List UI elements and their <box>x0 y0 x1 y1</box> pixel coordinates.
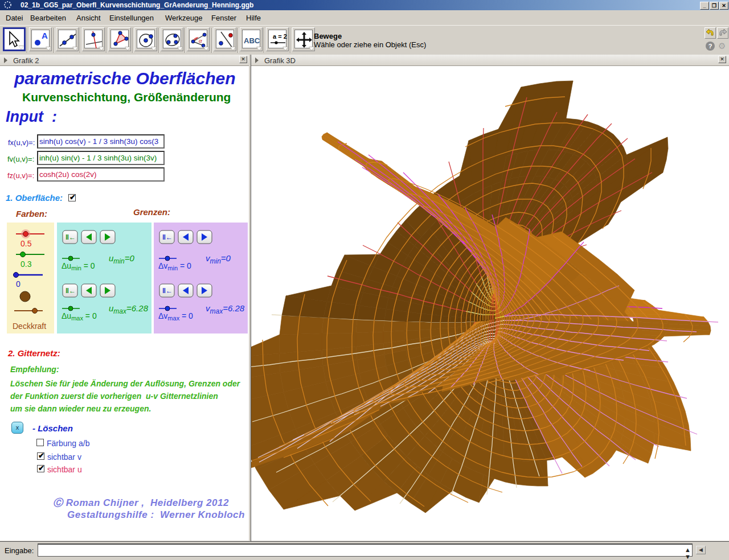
svg-text:α: α <box>199 37 202 44</box>
svg-text:vmax=6.28: vmax=6.28 <box>206 303 245 315</box>
svg-text:Deckkraft: Deckkraft <box>13 322 46 331</box>
svg-text:ABC: ABC <box>244 36 260 45</box>
svg-text:0.5: 0.5 <box>21 239 32 248</box>
svg-text:umin=0: umin=0 <box>109 253 134 265</box>
svg-text:vmin=0: vmin=0 <box>206 253 231 265</box>
svg-text:a = 2: a = 2 <box>273 33 287 40</box>
svg-text:Δvmin = 0: Δvmin = 0 <box>158 261 191 271</box>
svg-text:‖←: ‖← <box>65 233 76 241</box>
svg-text:umax=6.28: umax=6.28 <box>109 303 149 315</box>
svg-text:Δvmax = 0: Δvmax = 0 <box>158 311 193 322</box>
svg-text:0.3: 0.3 <box>21 260 32 269</box>
svg-text:A: A <box>42 31 48 40</box>
svg-text:0: 0 <box>16 279 21 289</box>
svg-text:Δumax = 0: Δumax = 0 <box>62 311 97 322</box>
svg-text:‖←: ‖← <box>162 287 173 295</box>
svg-text:‖←: ‖← <box>65 287 76 295</box>
svg-text:Δumin = 0: Δumin = 0 <box>62 261 95 271</box>
svg-text:‖←: ‖← <box>162 233 173 241</box>
